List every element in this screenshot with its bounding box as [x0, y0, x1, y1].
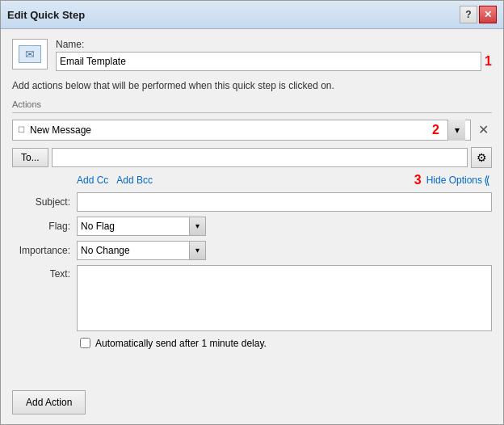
auto-send-row: Automatically send after 1 minute delay. [12, 338, 492, 349]
name-input-row: 1 [56, 52, 492, 71]
icon-preview [12, 39, 48, 69]
importance-select[interactable]: No Change Low Normal High [77, 241, 190, 260]
dialog-title: Edit Quick Step [7, 9, 85, 21]
importance-label: Importance: [12, 245, 77, 256]
title-bar-left: Edit Quick Step [7, 9, 85, 21]
hide-options-text: Hide Options [426, 175, 482, 186]
flag-select[interactable]: No Flag Today Tomorrow This Week Next We… [77, 217, 190, 236]
importance-dropdown-wrap: No Change Low Normal High ▾ [77, 241, 206, 260]
badge-3: 3 [414, 173, 422, 187]
email-icon [19, 45, 41, 63]
name-input[interactable] [56, 52, 481, 71]
edit-quick-step-dialog: Edit Quick Step ? ✕ Name: 1 Add actions … [0, 0, 504, 425]
title-bar: Edit Quick Step ? ✕ [1, 1, 503, 29]
importance-row: Importance: No Change Low Normal High ▾ [12, 241, 492, 260]
name-label: Name: [56, 39, 492, 50]
subject-label: Subject: [12, 196, 77, 208]
importance-dropdown-arrow[interactable]: ▾ [190, 241, 206, 260]
auto-send-label: Automatically send after 1 minute delay. [95, 338, 267, 349]
action-dropdown-arrow-btn[interactable]: ▾ [447, 120, 465, 141]
subject-input[interactable] [77, 192, 492, 212]
flag-label: Flag: [12, 221, 77, 232]
text-row: Text: [12, 265, 492, 331]
name-section: Name: 1 [12, 39, 492, 71]
text-textarea[interactable] [77, 265, 492, 331]
text-label: Text: [12, 265, 77, 280]
name-field-group: Name: 1 [56, 39, 492, 71]
flag-dropdown-arrow[interactable]: ▾ [190, 217, 206, 236]
delete-action-button[interactable]: ✕ [474, 121, 492, 139]
dialog-footer: Add Action [1, 384, 503, 424]
add-cc-link[interactable]: Add Cc [77, 175, 108, 186]
new-message-icon: ☐ [18, 125, 25, 134]
auto-send-checkbox[interactable] [80, 338, 90, 348]
badge-1: 1 [485, 54, 492, 69]
flag-row: Flag: No Flag Today Tomorrow This Week N… [12, 217, 492, 236]
action-row: ☐ New Message 2 ▾ ✕ [12, 120, 492, 141]
close-button[interactable]: ✕ [479, 6, 497, 23]
flag-dropdown-wrap: No Flag Today Tomorrow This Week Next We… [77, 217, 206, 236]
title-bar-controls: ? ✕ [460, 6, 497, 23]
description-text: Add actions below that will be performed… [12, 79, 492, 93]
to-button[interactable]: To... [12, 148, 48, 167]
action-dropdown[interactable]: ☐ New Message 2 ▾ [12, 120, 471, 141]
to-input[interactable] [52, 148, 468, 167]
hide-options-row: 3 Hide Options ⟪ [414, 173, 492, 187]
help-button[interactable]: ? [460, 6, 477, 23]
contact-picker-button[interactable]: ⚙ [471, 147, 492, 168]
hide-options-chevron: ⟪ [484, 174, 490, 187]
cc-bcc-row: Add Cc Add Bcc [12, 175, 153, 186]
add-bcc-link[interactable]: Add Bcc [116, 175, 153, 186]
dialog-body: Name: 1 Add actions below that will be p… [1, 29, 503, 384]
to-row: To... ⚙ [12, 147, 492, 168]
add-action-button[interactable]: Add Action [12, 390, 86, 414]
subject-row: Subject: [12, 192, 492, 212]
section-divider [12, 112, 492, 113]
hide-options-link[interactable]: Hide Options ⟪ [426, 174, 490, 187]
badge-2: 2 [432, 123, 439, 137]
actions-label: Actions [12, 99, 492, 109]
action-dropdown-text: New Message [30, 124, 424, 136]
